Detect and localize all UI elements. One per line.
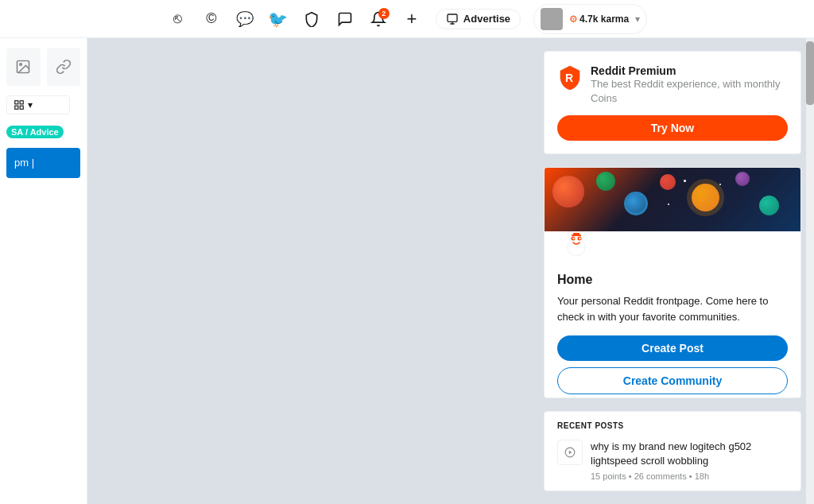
svg-point-10 xyxy=(568,231,572,238)
premium-text: Reddit Premium The best Reddit experienc… xyxy=(591,64,788,106)
premium-card: R Reddit Premium The best Reddit experie… xyxy=(544,51,801,154)
time-text: pm | xyxy=(14,157,34,169)
karma-icon: ⚙ xyxy=(569,14,578,25)
premium-desc: The best Reddit experience, with monthly… xyxy=(591,77,788,106)
coins-icon[interactable]: © xyxy=(200,8,223,30)
star-1 xyxy=(684,180,686,182)
avatar xyxy=(541,8,563,30)
post-separator-2: • xyxy=(689,471,695,481)
play-icon xyxy=(557,440,583,465)
layout-label: ▾ xyxy=(28,99,33,110)
home-title: Home xyxy=(557,273,788,287)
planet-6 xyxy=(735,172,750,186)
post-points: 15 points xyxy=(591,471,626,481)
svg-marker-19 xyxy=(569,450,572,454)
home-card: Home Your personal Reddit frontpage. Com… xyxy=(544,167,801,397)
home-description: Your personal Reddit frontpage. Come her… xyxy=(557,293,788,324)
link-tool[interactable] xyxy=(47,48,81,86)
premium-title: Reddit Premium xyxy=(591,64,788,77)
star-3 xyxy=(719,184,721,185)
svg-rect-0 xyxy=(448,14,457,21)
planet-1 xyxy=(552,176,584,207)
main-content: ▾ SA / Advice pm | R xyxy=(0,38,814,504)
blue-card: pm | xyxy=(6,148,80,178)
create-post-button[interactable]: Create Post xyxy=(557,335,788,361)
home-card-body: Home Your personal Reddit frontpage. Com… xyxy=(545,231,800,397)
dropdown-arrow: ▾ xyxy=(635,14,640,25)
planet-4 xyxy=(660,174,676,190)
plus-icon[interactable]: + xyxy=(401,8,423,30)
recent-post-item: why is my brand new logitech g502 lights… xyxy=(557,440,788,481)
svg-point-15 xyxy=(579,238,580,239)
recent-post-meta: 15 points • 26 comments • 18h xyxy=(591,471,788,481)
premium-shield-icon: R xyxy=(557,64,583,93)
tool-row xyxy=(6,48,80,86)
feed-area xyxy=(87,38,544,504)
post-age: 18h xyxy=(695,471,709,481)
recent-posts-card: RECENT POSTS why is my brand new logitec… xyxy=(544,411,801,491)
planet-7 xyxy=(759,196,779,215)
svg-text:R: R xyxy=(565,72,573,84)
star-2 xyxy=(668,204,669,205)
recent-post-text: why is my brand new logitech g502 lights… xyxy=(591,440,788,481)
tag-label: SA / Advice xyxy=(6,126,64,138)
message-icon[interactable] xyxy=(334,8,356,30)
home-banner xyxy=(545,168,800,231)
sidebar: R Reddit Premium The best Reddit experie… xyxy=(544,38,814,504)
recent-post-title[interactable]: why is my brand new logitech g502 lights… xyxy=(591,440,788,468)
left-panel: ▾ SA / Advice pm | xyxy=(0,38,87,504)
planet-5 xyxy=(692,184,719,211)
svg-point-14 xyxy=(572,238,574,239)
svg-point-2 xyxy=(20,64,21,66)
advertise-button[interactable]: Advertise xyxy=(436,9,521,29)
bell-icon[interactable]: 2 xyxy=(367,8,390,30)
advertise-label: Advertise xyxy=(463,13,510,25)
karma-count: 4.7k karma xyxy=(579,14,629,25)
planet-2 xyxy=(596,172,615,191)
post-comments: 26 comments xyxy=(634,471,687,481)
nav-icons: ⎋ © 💬 🐦 2 + xyxy=(167,8,423,30)
trending-icon[interactable]: ⎋ xyxy=(167,8,189,30)
image-tool[interactable] xyxy=(6,48,41,86)
svg-rect-6 xyxy=(20,106,23,109)
svg-rect-4 xyxy=(20,101,23,104)
recent-posts-title: RECENT POSTS xyxy=(557,421,788,430)
top-nav: ⎋ © 💬 🐦 2 + Advertise ⚙ 4.7 xyxy=(0,0,814,38)
chat-icon[interactable]: 💬 xyxy=(234,8,256,30)
bell-badge: 2 xyxy=(378,8,390,19)
scrollbar[interactable] xyxy=(806,38,814,504)
planet-3 xyxy=(624,192,648,215)
create-community-button[interactable]: Create Community xyxy=(557,367,788,394)
svg-rect-5 xyxy=(15,106,18,109)
post-separator-1: • xyxy=(629,471,634,481)
user-area[interactable]: ⚙ 4.7k karma ▾ xyxy=(533,4,647,34)
try-now-button[interactable]: Try Now xyxy=(557,115,788,141)
svg-point-11 xyxy=(580,231,585,238)
alien-icon[interactable]: 🐦 xyxy=(267,8,289,30)
premium-header: R Reddit Premium The best Reddit experie… xyxy=(557,64,788,106)
scrollbar-thumb[interactable] xyxy=(806,41,814,105)
svg-rect-3 xyxy=(15,101,18,104)
svg-rect-17 xyxy=(572,235,581,236)
shield-icon[interactable] xyxy=(300,8,323,30)
layout-selector[interactable]: ▾ xyxy=(6,95,70,114)
